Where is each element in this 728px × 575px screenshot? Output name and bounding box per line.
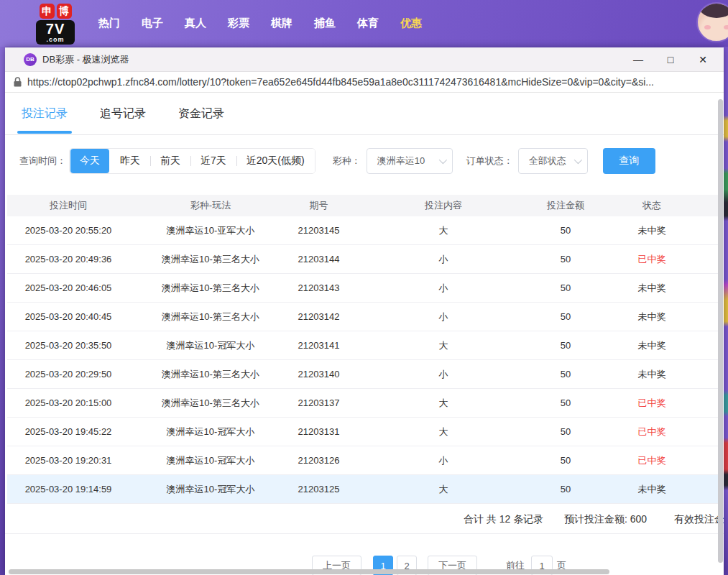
table-cell: 澳洲幸运10-冠军大小 (129, 426, 292, 438)
lottery-select-value: 澳洲幸运10 (377, 155, 425, 167)
table-cell: 澳洲幸运10-第三名大小 (129, 282, 292, 295)
table-cell: 澳洲幸运10-冠军大小 (129, 483, 292, 496)
summary-expected-amount: 预计投注金额: 600 (564, 504, 647, 534)
table-cell: 澳洲幸运10-冠军大小 (129, 454, 292, 467)
time-option[interactable]: 近7天 (190, 149, 236, 173)
tab-item[interactable]: 资金记录 (178, 93, 224, 135)
nav-item[interactable]: 棋牌 (260, 9, 303, 37)
table-cell: 澳洲幸运10-第三名大小 (129, 397, 292, 410)
lottery-select[interactable]: 澳洲幸运10 (367, 148, 453, 174)
horizontal-scrollbar[interactable] (9, 569, 609, 574)
summary-row: 合计 共 12 条记录 预计投注金额: 600 有效投注金额 (5, 504, 724, 534)
maximize-button[interactable]: □ (664, 53, 677, 66)
search-button[interactable]: 查询 (603, 148, 655, 174)
column-header: 彩种-玩法 (129, 199, 292, 212)
browser-window: DB DB彩票 - 极速浏览器 — □ ✕ https://ctop02pchw… (5, 47, 724, 575)
bet-records-table: 投注时间彩种-玩法期号投注内容投注金额状态 2025-03-20 20:55:2… (7, 195, 719, 504)
table-cell: 21203131 (292, 426, 346, 437)
table-cell: 21203142 (292, 311, 346, 322)
time-option[interactable]: 前天 (150, 149, 190, 173)
table-row[interactable]: 2025-03-20 20:46:05澳洲幸运10-第三名大小21203143小… (7, 274, 719, 303)
table-cell: 2025-03-20 20:40:45 (7, 311, 129, 322)
table-cell: 未中奖 (590, 310, 714, 323)
chevron-down-icon (438, 156, 446, 164)
time-option[interactable]: 今天 (70, 149, 109, 173)
user-avatar[interactable] (696, 2, 728, 42)
table-cell: 澳洲幸运10-第三名大小 (129, 310, 292, 323)
table-cell: 21203145 (292, 225, 346, 236)
table-row[interactable]: 2025-03-20 20:35:50澳洲幸运10-冠军大小21203141大5… (7, 331, 719, 360)
time-range-group: 今天昨天前天近7天近20天(低频) (69, 148, 315, 174)
vertical-scrollbar[interactable] (718, 99, 723, 563)
table-cell: 2025-03-20 20:46:05 (7, 282, 129, 293)
table-cell: 澳洲幸运10-冠军大小 (129, 339, 292, 352)
logo-mark: 7V .com (36, 20, 75, 45)
page-background-right-strip (723, 47, 728, 575)
site-logo[interactable]: 申 博 7V .com (36, 4, 75, 45)
table-cell: 已中奖 (590, 426, 714, 438)
close-button[interactable]: ✕ (696, 53, 709, 66)
table-cell: 未中奖 (590, 483, 714, 496)
table-cell: 大 (346, 483, 541, 496)
logo-text: 7V (36, 22, 75, 36)
table-cell: 大 (346, 397, 541, 410)
logo-badge-icon: 博 (57, 4, 72, 19)
table-cell: 未中奖 (590, 224, 714, 237)
nav-item[interactable]: 真人 (174, 9, 217, 37)
nav-item[interactable]: 电子 (131, 9, 174, 37)
table-cell: 大 (346, 339, 541, 352)
time-option[interactable]: 近20天(低频) (236, 149, 315, 173)
table-row[interactable]: 2025-03-20 20:49:36澳洲幸运10-第三名大小21203144小… (7, 245, 719, 274)
window-controls: — □ ✕ (632, 53, 714, 66)
order-status-select[interactable]: 全部状态 (518, 148, 588, 174)
page-background-left-strip (0, 47, 5, 575)
table-cell: 大 (346, 426, 541, 438)
table-cell: 澳洲幸运10-亚军大小 (129, 224, 292, 237)
window-titlebar: DB DB彩票 - 极速浏览器 — □ ✕ (5, 47, 724, 72)
nav-item[interactable]: 优惠 (390, 9, 433, 37)
table-row[interactable]: 2025-03-20 20:55:20澳洲幸运10-亚军大小21203145大5… (7, 216, 719, 245)
table-cell: 2025-03-20 20:49:36 (7, 254, 129, 264)
record-tabs: 投注记录追号记录资金记录 (5, 93, 724, 135)
table-cell: 已中奖 (590, 397, 714, 410)
table-cell: 21203137 (292, 397, 346, 408)
table-cell: 50 (541, 225, 590, 236)
table-row[interactable]: 2025-03-20 19:14:59澳洲幸运10-冠军大小21203125大5… (7, 475, 719, 504)
tab-active[interactable]: 投注记录 (22, 93, 68, 135)
nav-item[interactable]: 彩票 (217, 9, 260, 37)
table-cell: 2025-03-20 19:14:59 (7, 484, 129, 494)
logo-badges: 申 博 (40, 4, 72, 19)
table-cell: 2025-03-20 20:35:50 (7, 340, 129, 351)
nav-item[interactable]: 捕鱼 (303, 9, 346, 37)
order-status-filter-label: 订单状态： (466, 155, 513, 167)
address-bar[interactable]: https://ctop02pchwp1.zfnc84.com/lottery/… (5, 72, 724, 93)
table-row[interactable]: 2025-03-20 20:15:00澳洲幸运10-第三名大小21203137大… (7, 389, 719, 418)
tab-item[interactable]: 追号记录 (100, 93, 146, 135)
table-cell: 21203144 (292, 254, 346, 264)
table-cell: 2025-03-20 20:29:50 (7, 369, 129, 380)
table-cell: 50 (541, 455, 590, 466)
table-row[interactable]: 2025-03-20 20:29:50澳洲幸运10-第三名大小21203140小… (7, 360, 719, 389)
table-header-row: 投注时间彩种-玩法期号投注内容投注金额状态 (7, 195, 719, 216)
window-title: DB彩票 - 极速浏览器 (42, 53, 129, 66)
nav-item[interactable]: 热门 (88, 9, 131, 37)
site-top-nav: 申 博 7V .com 热门电子真人彩票棋牌捕鱼体育优惠 (0, 0, 728, 47)
url-text: https://ctop02pchwp1.zfnc84.com/lottery/… (27, 76, 654, 88)
order-status-select-value: 全部状态 (529, 155, 566, 167)
table-cell: 21203125 (292, 484, 346, 494)
filter-bar: 查询时间： 今天昨天前天近7天近20天(低频) 彩种： 澳洲幸运10 订单状态：… (19, 148, 655, 174)
table-row[interactable]: 2025-03-20 20:40:45澳洲幸运10-第三名大小21203142小… (7, 303, 719, 331)
table-cell: 小 (346, 310, 541, 323)
nav-item[interactable]: 体育 (346, 9, 390, 37)
chevron-down-icon (573, 156, 581, 164)
table-row[interactable]: 2025-03-20 19:20:31澳洲幸运10-冠军大小21203126小5… (7, 446, 719, 475)
time-option[interactable]: 昨天 (110, 149, 150, 173)
table-row[interactable]: 2025-03-20 19:45:22澳洲幸运10-冠军大小21203131大5… (7, 418, 719, 446)
summary-valid-amount: 有效投注金额 (674, 504, 724, 534)
column-header: 投注金额 (541, 199, 590, 212)
table-cell: 未中奖 (590, 282, 714, 295)
minimize-button[interactable]: — (632, 53, 645, 66)
logo-badge-icon: 申 (40, 4, 55, 19)
lock-icon (14, 77, 22, 87)
table-cell: 21203143 (292, 282, 346, 293)
